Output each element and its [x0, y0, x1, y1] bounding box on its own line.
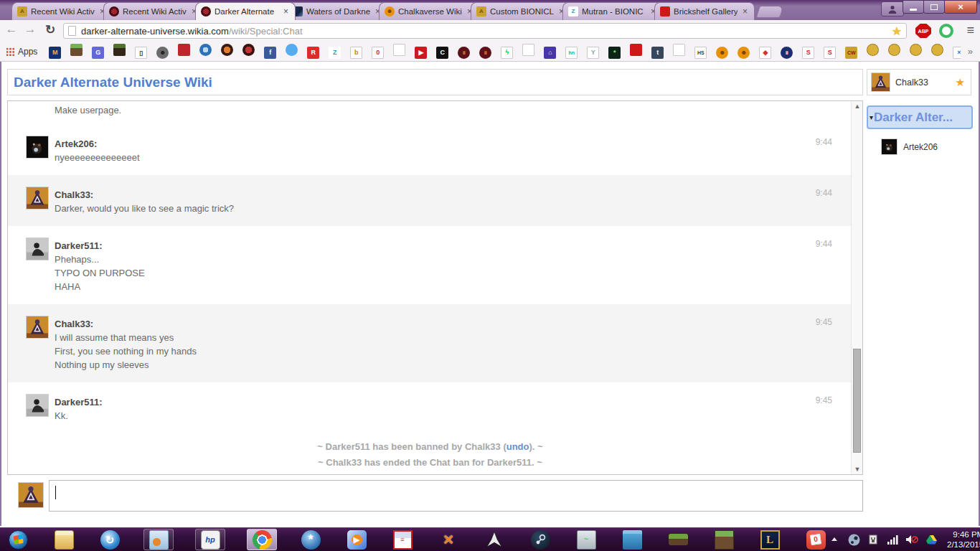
green-extension-icon[interactable] [939, 24, 953, 38]
user-avatar[interactable] [26, 237, 49, 260]
new-tab-button[interactable] [755, 6, 784, 18]
chat-message-input[interactable] [49, 480, 863, 512]
bookmark-dark-face[interactable]: ☻ [156, 44, 169, 59]
chat-scrollbar[interactable]: ▲ ▼ [851, 101, 862, 474]
bookmark-o-red[interactable]: 0 [372, 44, 384, 59]
bookmark-g-app[interactable]: G [92, 44, 104, 59]
steam-tray-icon[interactable] [847, 533, 860, 546]
scrollbar-thumb[interactable] [853, 349, 861, 453]
taskbar-league-of-legends[interactable]: L [758, 529, 782, 550]
rail-user-entry[interactable]: Artek206 [881, 138, 938, 155]
taskbar-google-chrome[interactable] [247, 529, 277, 550]
bookmark-dark-grass-block[interactable] [113, 44, 126, 59]
browser-menu-icon[interactable]: ≡ [966, 23, 974, 38]
taskbar-terraria[interactable] [666, 529, 690, 550]
user-avatar[interactable] [26, 316, 49, 339]
google-drive-icon[interactable] [925, 533, 938, 546]
taskbar-sync-app[interactable]: ↻ [98, 529, 122, 550]
taskbar-start-button[interactable] [6, 529, 30, 550]
bookmark-twitter[interactable] [286, 44, 298, 59]
taskbar-lego-digital-designer[interactable] [620, 529, 644, 550]
bookmark-matoran-2[interactable]: ☻ [738, 44, 750, 59]
bookmark-blank-page[interactable] [393, 44, 405, 59]
taskbar-windows-media-player[interactable]: ▶ [344, 529, 369, 550]
bookmark-goblet[interactable]: Y [587, 44, 599, 59]
address-bar[interactable]: darker-alternate-universe.wikia.com/wiki… [63, 23, 907, 39]
bookmark-tumblr[interactable]: t [651, 44, 664, 59]
browser-tab[interactable]: ☻Chalkaverse Wiki× [379, 2, 479, 20]
chat-room-tab[interactable]: ▾ Darker Alter... [867, 105, 973, 129]
message-username[interactable]: Chalk33: [55, 188, 831, 202]
bookmark-bionicle-red-2[interactable]: ii [479, 44, 491, 59]
apps-grid-icon[interactable] [6, 47, 14, 56]
bookmark-museum[interactable]: ⌂ [544, 44, 556, 59]
taskbar-system-monitor[interactable]: ~ [574, 529, 598, 550]
hidden-icons-chevron[interactable] [828, 533, 841, 546]
profile-button[interactable] [881, 1, 904, 17]
message-username[interactable]: Chalk33: [55, 317, 831, 331]
bookmark-bionicle-red-1[interactable]: ii [458, 44, 470, 59]
message-username[interactable]: Darker511: [55, 239, 831, 253]
user-avatar[interactable] [26, 136, 49, 159]
taskbar-news-app[interactable]: ≡ [390, 529, 415, 550]
bookmark-blank-page-2[interactable] [522, 44, 534, 59]
bookmark-x-blue[interactable]: × [953, 44, 960, 59]
bookmark-facebook[interactable]: f [264, 44, 276, 59]
message-username[interactable]: Artek206: [55, 137, 831, 151]
bookmark-cw[interactable]: CW [845, 44, 857, 59]
undo-link[interactable]: undo [507, 441, 529, 452]
bookmark-c-black[interactable]: C [436, 44, 448, 59]
wiki-title[interactable]: Darker Alternate Universe Wiki [14, 75, 212, 90]
bookmark-red-cube[interactable] [178, 44, 190, 59]
device-eject-icon[interactable] [867, 533, 880, 546]
taskbar-windows-explorer[interactable] [52, 529, 76, 550]
taskbar-steam[interactable] [528, 529, 552, 550]
bookmark-minecraft-wiki[interactable]: M [49, 44, 61, 59]
taskbar-frostwire[interactable]: * [298, 529, 323, 550]
bookmark-deviantart[interactable]: ϟ [501, 44, 513, 59]
bookmarks-overflow-chevron[interactable]: » [961, 46, 980, 57]
bookmark-green-star[interactable]: * [608, 44, 621, 59]
bookmark-star-icon[interactable]: ★ [892, 24, 902, 38]
volume-muted-icon[interactable] [905, 533, 918, 546]
bookmark-b-orange[interactable]: b [350, 44, 362, 59]
current-user-name[interactable]: Chalk33 [895, 77, 928, 88]
bookmark-lego-cluster[interactable]: ◆ [759, 44, 771, 59]
taskbar-hp-support[interactable]: hp [195, 529, 225, 550]
browser-tab[interactable]: Darker Alternate× [195, 2, 296, 20]
close-button[interactable]: × [944, 0, 977, 14]
taskbar-notes-app[interactable]: 0 [804, 529, 828, 550]
bookmark-s-red-1[interactable]: S [802, 44, 814, 59]
adblock-extension-icon[interactable]: ABP [915, 24, 931, 38]
bookmark-hs-green[interactable]: HS [694, 44, 707, 59]
bookmark-kanohi-3[interactable] [910, 44, 922, 59]
bookmark-grass-block[interactable] [70, 44, 83, 59]
minimize-button[interactable] [903, 0, 924, 14]
bookmark-brickshelf[interactable] [630, 44, 642, 59]
bookmark-flame-orb[interactable] [221, 44, 233, 59]
apps-label[interactable]: Apps [18, 47, 37, 57]
maximize-button[interactable] [923, 0, 945, 14]
tab-close-icon[interactable]: × [741, 6, 749, 17]
bookmark-hn-teal[interactable]: hn [565, 44, 578, 59]
bookmark-kanohi-4[interactable] [931, 44, 943, 59]
tab-close-icon[interactable]: × [282, 6, 290, 17]
taskbar-photo-viewer[interactable] [143, 529, 174, 550]
bookmark-brackets-site[interactable]: [] [135, 44, 147, 59]
reload-button[interactable]: ↻ [42, 22, 59, 37]
back-button[interactable]: ← [3, 22, 20, 37]
bookmark-matoran-1[interactable]: ☻ [716, 44, 728, 59]
bookmark-blank-page-3[interactable] [673, 44, 685, 59]
browser-tab[interactable]: Brickshelf Gallery× [654, 2, 755, 20]
taskbar-clock[interactable]: 9:46 PM 2/13/2015 [947, 529, 980, 550]
bookmark-kanohi-1[interactable] [867, 44, 879, 59]
bookmark-blue-ii-orb[interactable]: ii [781, 44, 793, 59]
browser-tab[interactable]: Waters of Darkne× [287, 2, 387, 20]
bookmark-red-orb[interactable] [242, 44, 255, 59]
browser-tab[interactable]: Recent Wiki Activ× [103, 2, 204, 20]
bookmark-s-red-2[interactable]: S [824, 44, 836, 59]
scroll-down-arrow[interactable]: ▼ [852, 464, 863, 474]
bookmark-roblox[interactable]: R [307, 44, 319, 59]
taskbar-minecraft[interactable] [712, 529, 736, 550]
message-username[interactable]: Darker511: [55, 395, 831, 409]
